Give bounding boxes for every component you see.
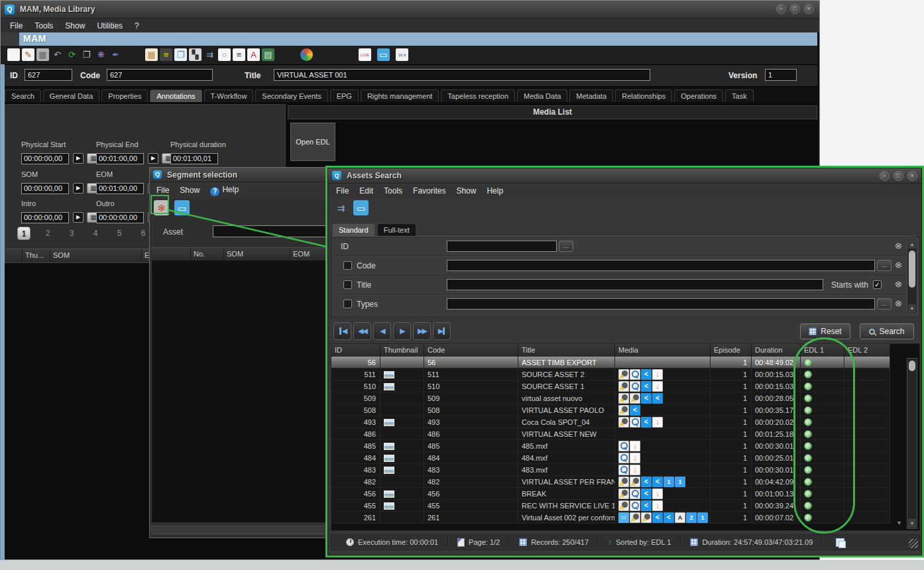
remove-criteria-icon[interactable]: ⊗ (895, 299, 902, 308)
remove-criteria-icon[interactable]: ⊗ (895, 280, 902, 288)
close-button[interactable]: × (907, 171, 917, 181)
monitor-icon[interactable]: ▭ (377, 48, 390, 61)
starts-with-checkbox[interactable]: ✓ (873, 280, 882, 289)
code-checkbox[interactable] (343, 261, 352, 270)
remove-criteria-icon[interactable]: ⊗ (895, 260, 902, 269)
types-browse-button[interactable]: ... (877, 298, 892, 310)
main-tab-rights-management[interactable]: Rights management (361, 89, 439, 102)
segment-menu-show[interactable]: Show (180, 186, 200, 195)
page-button-5[interactable]: 5 (113, 227, 126, 240)
abc-spellcheck-icon[interactable]: A (247, 48, 260, 61)
timecode-field-intro[interactable]: 00:00:00,00 (21, 212, 69, 223)
minimize-button[interactable]: − (880, 171, 890, 181)
play-button[interactable]: ▶ (73, 212, 84, 223)
maximize-button[interactable]: □ (894, 171, 903, 181)
traffic-light-icon[interactable]: ≡ (160, 48, 172, 61)
table-scrollbar[interactable]: ▼ (907, 358, 917, 529)
page-button-3[interactable]: 3 (65, 227, 78, 240)
code-browse-button[interactable]: ... (877, 260, 892, 271)
page-button-1[interactable]: 1 (17, 227, 30, 240)
id-field[interactable]: 627 (25, 69, 72, 81)
assets-menu-file[interactable]: File (336, 186, 349, 196)
maximize-button[interactable]: □ (790, 4, 800, 14)
column-header-som[interactable]: SOM (50, 249, 142, 262)
assets-menu-edit[interactable]: Edit (359, 186, 373, 196)
page-button-4[interactable]: 4 (89, 227, 102, 240)
timecode-field-outro[interactable]: 00:00:00,00 (96, 212, 144, 223)
edit-document-icon[interactable]: ✎ (22, 48, 34, 61)
page-button-2[interactable]: 2 (41, 227, 54, 240)
main-tab-media-data[interactable]: Media Data (517, 89, 567, 102)
copy-icon[interactable] (836, 538, 844, 547)
nav-forward-button[interactable]: ▶▶ (413, 322, 431, 340)
new-document-icon[interactable] (7, 48, 20, 61)
types-checkbox[interactable] (343, 300, 352, 308)
column-header-eom[interactable]: EOM (142, 249, 149, 262)
planning-icon[interactable]: ▦ (145, 48, 158, 61)
title-input[interactable] (447, 279, 823, 290)
copy-icon[interactable]: ❐ (80, 48, 93, 61)
minimize-button[interactable]: − (776, 4, 786, 14)
types-input[interactable] (447, 298, 875, 310)
main-menu-utilities[interactable]: Utilities (97, 21, 123, 30)
timecode-field-physical-start[interactable]: 00:00:00,00 (21, 153, 69, 164)
settings-icon[interactable]: ❋ (95, 48, 107, 61)
document-log-icon[interactable]: ≡ (233, 48, 245, 61)
id-input[interactable] (447, 241, 557, 252)
column-header-thu[interactable]: Thu... (23, 249, 50, 262)
assets-tab-standard[interactable]: Standard (332, 223, 375, 236)
search-button[interactable]: Search (860, 323, 914, 339)
play-button[interactable]: ▶ (73, 153, 84, 164)
column-header-id[interactable]: ID (331, 344, 380, 357)
hierarchy-icon[interactable]: ⇉ (333, 200, 349, 215)
navigator-icon[interactable] (300, 48, 313, 61)
nav-next-button[interactable]: ▶ (393, 322, 411, 340)
column-header-episode[interactable]: Episode (711, 344, 752, 357)
code-input[interactable] (447, 260, 875, 271)
main-menu-file[interactable]: File (10, 21, 23, 30)
assets-tab-full-text[interactable]: Full-text (377, 223, 416, 236)
column-header-thumbnail[interactable]: Thumbnail (380, 344, 424, 357)
nav-rewind-button[interactable]: ◀◀ (353, 322, 371, 340)
main-tab-properties[interactable]: Properties (101, 89, 148, 102)
segment-menu-help[interactable]: ?Help (210, 185, 239, 196)
column-header-media[interactable]: Media (615, 344, 711, 357)
page-button-6[interactable]: 6 (137, 227, 150, 240)
remove-criteria-icon[interactable]: ⊗ (895, 241, 902, 250)
id-browse-button[interactable]: ... (559, 241, 573, 252)
main-tab-annotations[interactable]: Annotations (150, 89, 202, 102)
play-button[interactable]: ▶ (73, 183, 84, 194)
open-edl-button[interactable]: Open EDL (290, 123, 335, 161)
segment-menu-file[interactable]: File (156, 186, 169, 195)
column-header-duration[interactable]: Duration (752, 344, 801, 357)
document-preview-icon[interactable]: ○ (218, 48, 231, 61)
save-icon[interactable]: ▦ (36, 48, 49, 61)
signature-icon[interactable]: ✒ (109, 48, 122, 61)
code-field[interactable]: 627 (107, 69, 213, 81)
assets-menu-tools[interactable]: Tools (384, 186, 402, 196)
main-tab-metadata[interactable]: Metadata (569, 89, 613, 102)
undo-icon[interactable]: ↶ (51, 48, 64, 61)
timecode-field-eom[interactable]: 00:01:00,00 (96, 183, 144, 194)
assets-menu-help[interactable]: Help (487, 186, 503, 196)
monitor-icon[interactable]: ▭ (353, 200, 369, 215)
title-checkbox[interactable] (343, 280, 352, 289)
main-tab-relationships[interactable]: Relationships (615, 89, 672, 102)
scrollbar-thumb[interactable] (909, 361, 915, 371)
binoculars-icon[interactable]: ▚ (189, 48, 202, 61)
main-menu-item[interactable]: ? (135, 21, 139, 30)
version-field[interactable]: 1 (765, 69, 797, 81)
aspect-ratio-169-icon[interactable]: 16:9 (396, 48, 408, 61)
main-tab-epg[interactable]: EPG (330, 89, 359, 102)
form-scrollbar[interactable]: ▲ ▼ (907, 239, 917, 314)
play-button[interactable]: ▶ (148, 153, 158, 164)
main-tab-t-workflow[interactable]: T-Workflow (204, 89, 254, 102)
refresh-icon[interactable]: ⟳ (66, 48, 78, 61)
main-tab-tapeless-reception[interactable]: Tapeless reception (441, 89, 515, 102)
scroll-down-icon[interactable]: ▾ (897, 519, 901, 526)
title-field[interactable]: VIRTUAL ASSET 001 (274, 69, 650, 81)
scrollbar-thumb[interactable] (909, 251, 915, 288)
scroll-down-icon[interactable]: ▼ (908, 519, 916, 528)
main-tab-task[interactable]: Task (725, 89, 754, 102)
column-header-item[interactable] (5, 249, 23, 262)
